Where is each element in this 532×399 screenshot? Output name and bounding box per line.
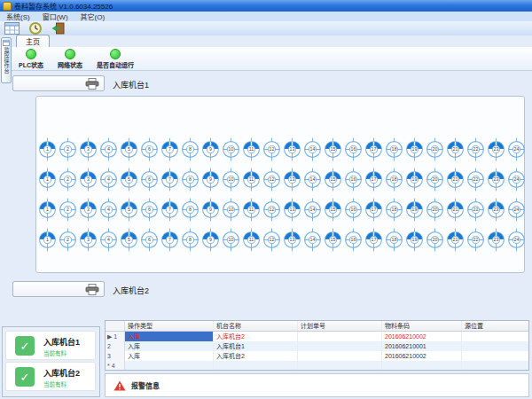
column-header[interactable]: 计划单号: [298, 321, 382, 331]
column-header[interactable]: 物料条码: [382, 321, 462, 331]
reel-row-1: 123456789101112131415161718192021222324: [38, 137, 526, 161]
reel-icon-12: 12: [262, 168, 281, 192]
reel-icon-18: 18: [385, 168, 403, 192]
row-marker: 3: [106, 351, 125, 361]
menu-item-3[interactable]: 其它(O): [74, 12, 112, 21]
print-button-machine2[interactable]: [12, 281, 105, 297]
table-cell: 201606210002: [382, 351, 462, 361]
printer-icon: [85, 284, 99, 295]
svg-text:17: 17: [372, 207, 377, 212]
reel-icon-17: 17: [364, 168, 383, 192]
status-indicator-2: 网络状态: [58, 49, 82, 69]
reel-icon-23: 23: [487, 168, 505, 192]
svg-text:6: 6: [148, 207, 151, 212]
reel-icon-19: 19: [405, 228, 424, 252]
clock-toolbar-button[interactable]: [27, 22, 43, 35]
reel-icon-7: 7: [160, 137, 179, 161]
svg-text:17: 17: [372, 237, 377, 242]
table-row[interactable]: 3入库入库机台2201606210002: [106, 351, 528, 361]
table-row[interactable]: * 4: [106, 361, 528, 371]
svg-text:13: 13: [290, 176, 295, 182]
table-cell: 入库机台2: [214, 332, 298, 341]
table-row[interactable]: 2入库入库机台1201606210001: [106, 341, 528, 351]
column-header[interactable]: 机台名称: [214, 321, 298, 331]
svg-text:14: 14: [310, 176, 316, 182]
menu-item-1[interactable]: 系统(S): [0, 12, 36, 21]
table-cell: 201606210002: [382, 332, 462, 341]
reel-icon-10: 10: [222, 228, 240, 252]
table-cell: [462, 332, 528, 341]
table-cell: 入库: [125, 341, 214, 351]
svg-text:2: 2: [66, 146, 69, 152]
svg-text:6: 6: [148, 237, 151, 242]
svg-text:18: 18: [392, 146, 397, 152]
exit-toolbar-button[interactable]: [50, 22, 66, 35]
svg-text:20: 20: [433, 146, 438, 152]
machine2-label: 入库机台2: [113, 285, 149, 296]
reel-icon-1: 1: [38, 137, 57, 161]
column-header[interactable]: 操作类型: [125, 321, 214, 331]
print-button-machine1[interactable]: [12, 75, 105, 91]
machine-card: ✓入库机台2当前有料: [5, 362, 96, 391]
printer-icon: [85, 78, 99, 90]
svg-text:2: 2: [66, 207, 69, 212]
svg-text:12: 12: [270, 146, 275, 152]
reel-icon-24: 24: [507, 137, 526, 161]
reel-icon-11: 11: [242, 228, 261, 252]
calendar-icon: [4, 22, 20, 35]
calendar-toolbar-button[interactable]: [4, 22, 20, 35]
reel-row-2: 123456789101112131415161718192021222324: [38, 168, 526, 192]
card-status: 当前有料: [43, 348, 66, 357]
svg-text:10: 10: [229, 176, 234, 182]
svg-text:21: 21: [453, 146, 458, 152]
reel-icon-23: 23: [487, 198, 505, 222]
reel-icon-16: 16: [344, 168, 363, 192]
column-header[interactable]: 源位置: [462, 321, 528, 331]
table-cell: [462, 341, 528, 351]
card-title: 入库机台1: [43, 336, 80, 348]
indicator-label: PLC状态: [19, 60, 43, 69]
reel-icon-19: 19: [405, 198, 424, 222]
reel-panel: 1234567891011121314151617181920212223241…: [35, 96, 525, 273]
tab-home[interactable]: 主页: [16, 35, 50, 47]
reel-icon-17: 17: [364, 228, 383, 252]
menu-item-2[interactable]: 窗口(W): [36, 12, 74, 21]
svg-text:8: 8: [189, 146, 192, 152]
reel-icon-5: 5: [120, 198, 138, 222]
status-light-icon: [110, 49, 121, 59]
reel-row-4: 123456789101112131415161718192021222324: [38, 228, 526, 252]
table-cell: [298, 332, 382, 341]
reel-icon-18: 18: [385, 198, 403, 222]
task-grid: 操作类型机台名称计划单号物料条码源位置▶ 1入库入库机台220160621000…: [105, 320, 529, 371]
svg-text:22: 22: [473, 207, 479, 212]
reel-icon-13: 13: [283, 168, 301, 192]
svg-text:1: 1: [46, 207, 49, 212]
reel-icon-5: 5: [120, 168, 138, 192]
svg-text:14: 14: [310, 237, 316, 242]
svg-text:4: 4: [107, 146, 110, 152]
table-cell: [298, 361, 382, 371]
reel-icon-14: 14: [303, 198, 322, 222]
exit-door-icon: [51, 22, 65, 35]
svg-text:9: 9: [209, 146, 212, 152]
reel-icon-20: 20: [426, 137, 444, 161]
clock-icon: [29, 22, 42, 35]
reel-icon-3: 3: [79, 228, 98, 252]
reel-icon-9: 9: [201, 137, 220, 161]
svg-text:2: 2: [66, 237, 69, 242]
reel-icon-16: 16: [344, 137, 363, 161]
reel-icon-22: 22: [466, 228, 485, 252]
side-panel-tab[interactable]: 监控操作台: [1, 37, 12, 83]
reel-icon-20: 20: [426, 198, 444, 222]
svg-text:17: 17: [372, 176, 377, 182]
svg-text:15: 15: [331, 207, 336, 212]
svg-text:19: 19: [412, 176, 418, 182]
svg-text:4: 4: [107, 176, 110, 182]
reel-icon-4: 4: [99, 137, 118, 161]
table-row[interactable]: ▶ 1入库入库机台2201606210002: [106, 332, 528, 341]
svg-text:8: 8: [189, 237, 192, 242]
alarm-label: 报警信息: [131, 380, 160, 390]
reel-icon-9: 9: [201, 168, 220, 192]
reel-icon-19: 19: [405, 137, 424, 161]
panel-icon: [3, 40, 10, 46]
